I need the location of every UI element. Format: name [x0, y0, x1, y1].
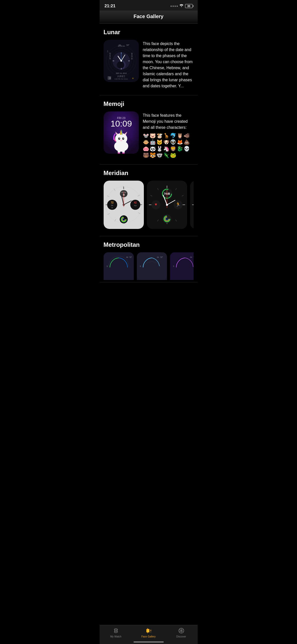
emoji-item: 🐱	[156, 139, 163, 145]
wifi-icon	[179, 4, 184, 8]
emoji-item: 🐽	[143, 146, 149, 152]
svg-text:SEP 23, 2016: SEP 23, 2016	[116, 72, 126, 74]
svg-text:64: 64	[157, 256, 159, 258]
meridian-face-dark1[interactable]: 74dB ✓ ♥ 🏃	[147, 181, 187, 229]
metropolitan-face-3[interactable]: 64 72° 5	[170, 252, 194, 280]
meridian-face-dark2[interactable]: 72 64 88 5 22 MPH ★	[190, 181, 194, 229]
svg-point-20	[120, 60, 122, 62]
svg-text:🙂: 🙂	[147, 630, 149, 632]
page-title: Face Gallery	[105, 14, 193, 19]
svg-text:88: 88	[111, 207, 113, 209]
meridian-section: Meridian	[100, 165, 198, 236]
svg-text:72°: 72°	[129, 256, 132, 258]
metropolitan-title: Metropolitan	[104, 241, 194, 248]
emoji-item: 🐰	[156, 146, 163, 152]
lunar-face-display: 22 23 24 28 29 30 18 19 20 UV 64 72°	[104, 40, 139, 82]
lunar-watch-face[interactable]: 22 23 24 28 29 30 18 19 20 UV 64 72°	[104, 40, 139, 82]
svg-text:72°: 72°	[193, 256, 194, 258]
svg-text:♥: ♥	[155, 202, 157, 207]
status-time: 21:21	[105, 4, 115, 9]
metro-face3-svg: 64 72° 5	[170, 252, 194, 280]
emoji-item: 🐨	[156, 152, 163, 158]
my-watch-label: My Watch	[110, 635, 121, 638]
tab-discover[interactable]: Discover	[165, 627, 198, 638]
svg-text:AQI: AQI	[134, 205, 137, 206]
emoji-item: 🐉	[177, 146, 183, 152]
main-content: Lunar	[100, 24, 198, 307]
emoji-item: 🐷	[150, 133, 156, 139]
metro-face2-svg: 64 72° 5	[137, 252, 167, 280]
discover-label: Discover	[176, 635, 186, 638]
metropolitan-face-2[interactable]: 64 72° 5	[137, 252, 167, 280]
my-watch-icon	[112, 627, 119, 634]
status-bar: 21:21 30	[100, 0, 198, 11]
emoji-item: 🦄	[163, 146, 169, 152]
svg-text:28 29 30: 28 29 30	[131, 53, 133, 59]
svg-point-81	[123, 204, 124, 205]
svg-text:☽: ☽	[108, 77, 110, 79]
memoji-section: Memoji	[100, 95, 198, 165]
memoji-watch-face[interactable]: FRI 23 10:09	[104, 111, 139, 154]
emoji-item: 🤖	[150, 139, 156, 145]
emoji-item: 🐵	[143, 139, 149, 145]
svg-text:64: 64	[111, 205, 113, 206]
emoji-item: 🐗	[184, 133, 190, 139]
face-gallery-label: Face Gallery	[141, 635, 156, 638]
svg-point-109	[166, 204, 168, 206]
meridian-face-light[interactable]: MON 9 72 64 88 42 AQI	[104, 181, 144, 229]
metropolitan-face-1[interactable]: 64 72° 5	[104, 252, 134, 280]
svg-text:42: 42	[134, 201, 137, 204]
svg-point-39	[118, 137, 120, 140]
svg-text:72°: 72°	[126, 44, 129, 46]
svg-point-144	[115, 630, 117, 632]
meridian-faces-scroll[interactable]: MON 9 72 64 88 42 AQI	[104, 181, 194, 230]
emoji-item: 🐸	[170, 152, 176, 158]
svg-text:64: 64	[119, 44, 121, 46]
svg-point-43	[120, 140, 122, 141]
lunar-face-row: 22 23 24 28 29 30 18 19 20 UV 64 72°	[104, 40, 194, 89]
signal-icon	[171, 6, 178, 7]
face-gallery-icon: 🙂	[145, 627, 152, 634]
svg-text:☀: ☀	[132, 77, 134, 80]
svg-rect-151	[147, 632, 148, 633]
svg-text:6:30 PM, 5hr 42min: 6:30 PM, 5hr 42min	[114, 78, 128, 80]
svg-text:64: 64	[190, 256, 192, 258]
emoji-item: 👽	[170, 139, 176, 145]
emoji-item: 🐼	[150, 146, 156, 152]
meridian-dark2-svg: 72 64 88 5 22 MPH ★	[190, 181, 194, 229]
home-indicator	[134, 641, 164, 642]
emoji-item: 🐶	[163, 139, 169, 145]
memoji-description: This face features the Memoji you have c…	[143, 111, 194, 131]
emoji-item: 🐬	[170, 133, 176, 139]
emoji-item: 🦊	[177, 139, 183, 145]
lunar-face-svg: 22 23 24 28 29 30 18 19 20 UV 64 72°	[104, 40, 139, 82]
lunar-section: Lunar	[100, 24, 198, 95]
svg-point-40	[122, 137, 124, 140]
emoji-item: 🦎	[163, 152, 169, 158]
svg-point-6	[117, 61, 124, 69]
metropolitan-faces-scroll[interactable]: 64 72° 5 64 72° 5	[104, 252, 194, 280]
svg-text:64: 64	[126, 256, 128, 258]
svg-text:10:09: 10:09	[110, 119, 132, 128]
svg-text:18 19 20: 18 19 20	[109, 53, 111, 59]
tab-face-gallery[interactable]: 🙂 Face Gallery	[132, 627, 165, 638]
svg-point-42	[123, 138, 124, 139]
svg-text:🏃: 🏃	[175, 202, 181, 207]
svg-text:5: 5	[140, 265, 141, 267]
svg-point-157	[181, 630, 182, 631]
svg-text:72: 72	[111, 201, 114, 204]
svg-rect-153	[150, 630, 151, 631]
svg-rect-150	[147, 628, 148, 629]
emoji-item: 🐮	[156, 133, 163, 139]
tab-my-watch[interactable]: My Watch	[100, 627, 132, 638]
nav-header: Face Gallery	[100, 11, 198, 24]
tab-bar: My Watch 🙂 Face Gallery Discover	[100, 625, 198, 644]
meridian-title: Meridian	[104, 170, 194, 177]
memoji-title: Memoji	[104, 100, 194, 107]
svg-rect-154	[150, 632, 151, 632]
svg-text:72°: 72°	[160, 256, 163, 258]
emoji-item: 🦉	[177, 133, 183, 139]
memoji-emoji-grid: 🐭🐷🐮🦒🐬🦉🐗🐵🤖🐱🐶👽🦊💩🐽🐼🐰🦄🦁🐉💀🐻🐯🐨🦎🐸	[143, 133, 194, 158]
metropolitan-section: Metropolitan 64 72° 5	[100, 236, 198, 282]
svg-text:5: 5	[173, 265, 174, 267]
